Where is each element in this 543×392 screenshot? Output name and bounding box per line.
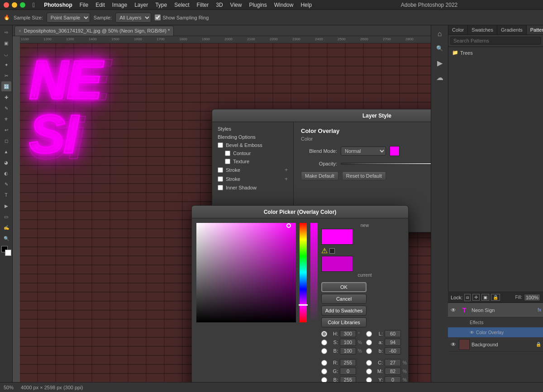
c-input[interactable] [385,359,401,366]
shape-tool[interactable]: ▭ [1,212,11,222]
pen-tool[interactable]: ✎ [1,179,11,189]
alpha-slider[interactable] [310,223,318,322]
style-blending-options[interactable]: Blending Options [212,133,293,141]
eyedropper-tool[interactable]: 🔣 [1,81,11,91]
blur-tool[interactable]: ◕ [1,157,11,167]
move-tool[interactable]: ⇨ [1,27,11,37]
menu-edit[interactable]: Edit [95,2,105,8]
background-visibility[interactable]: 👁 [450,341,457,348]
stroke2-add-icon[interactable]: + [285,176,288,182]
fill-input[interactable] [524,294,540,301]
healing-tool[interactable]: ✚ [1,92,11,102]
bevel-emboss-checkbox[interactable] [218,142,223,148]
tab-close[interactable]: × [19,28,21,33]
quick-select-tool[interactable]: ✦ [1,60,11,70]
red-radio[interactable] [321,360,327,366]
layer-neon-sign[interactable]: 👁 T Neon Sign fx [448,303,543,317]
menu-photoshop[interactable]: Photoshop [44,2,72,8]
tab-gradients[interactable]: Gradients [497,25,527,34]
canvas-area[interactable]: × Depositphotos_306174192_XL.jpg @ 50% (… [13,25,431,382]
sidebar-home-icon[interactable]: ⌂ [433,27,447,41]
contour-checkbox[interactable] [225,151,230,156]
clone-tool[interactable]: ⚜ [1,114,11,124]
layer-effects-item[interactable]: Effects [448,317,543,327]
menu-3d[interactable]: 3D [216,2,223,8]
crop-tool[interactable]: ✂ [1,71,11,80]
menu-help[interactable]: Help [300,2,312,8]
style-inner-shadow[interactable]: Inner Shadow [212,184,293,192]
menu-file[interactable]: File [80,2,88,8]
sidebar-play-icon[interactable]: ▶ [433,56,447,70]
menu-plugins[interactable]: Plugins [249,2,267,8]
sample-size-select[interactable]: Point Sample [47,13,90,23]
blue-input[interactable] [340,376,356,382]
saturation-input[interactable] [340,339,356,346]
layer-background[interactable]: 👁 Background 🔒 [448,337,543,352]
sidebar-search-icon[interactable]: 🔍 [433,42,447,55]
inner-shadow-checkbox[interactable] [218,185,223,190]
add-to-swatches-button[interactable]: Add to Swatches [321,306,367,316]
brightness-input[interactable] [340,347,356,354]
dodge-tool[interactable]: ◐ [1,168,11,178]
show-sampling-ring-checkbox[interactable] [155,14,161,20]
style-styles[interactable]: Styles [212,125,293,133]
menu-select[interactable]: Select [174,2,189,8]
rectangle-select-tool[interactable]: ▣ [1,38,11,48]
history-brush[interactable]: ↩ [1,125,11,135]
style-texture[interactable]: Texture [212,157,293,165]
b3-input[interactable] [385,347,401,354]
stroke2-checkbox[interactable] [218,176,223,182]
reset-default-button[interactable]: Reset to Default [342,171,386,180]
style-contour[interactable]: Contour [212,149,293,157]
lock-move-icon[interactable]: ✛ [472,294,480,301]
sidebar-cloud-icon[interactable]: ☁ [433,71,447,84]
canvas-tab[interactable]: × Depositphotos_306174192_XL.jpg @ 50% (… [14,26,174,36]
style-bevel-emboss[interactable]: Bevel & Emboss [212,141,293,149]
hand-tool[interactable]: ✍ [1,222,11,232]
hue-radio[interactable] [321,331,327,337]
menu-filter[interactable]: Filter [197,2,209,8]
y-radio[interactable] [366,377,372,383]
color-gradient-field[interactable] [196,223,296,322]
layer-color-overlay-item[interactable]: 👁 Color Overlay [448,327,543,337]
foreground-background-colors[interactable] [1,246,11,256]
lasso-tool[interactable]: ◡ [1,49,11,59]
patterns-trees-item[interactable]: 📁 Trees [450,49,541,57]
menu-type[interactable]: Type [155,2,167,8]
menu-image[interactable]: Image [112,2,127,8]
apple-menu[interactable]:  [33,1,35,9]
menu-view[interactable]: View [230,2,242,8]
blue-radio[interactable] [321,377,327,383]
lock-artboard-icon[interactable]: ▣ [481,294,489,301]
cp-cancel-button[interactable]: Cancel [321,294,367,304]
green-input[interactable] [340,368,356,375]
stroke1-checkbox[interactable] [218,167,223,173]
y-input[interactable] [385,376,401,382]
eraser-tool[interactable]: ◻ [1,136,11,146]
path-select-tool[interactable]: ▶ [1,201,11,211]
color-libraries-button[interactable]: Color Libraries [321,317,367,327]
menu-layer[interactable]: Layer [134,2,148,8]
red-input[interactable] [340,359,356,366]
opacity-slider[interactable] [341,163,431,165]
close-button[interactable] [4,2,9,8]
blend-mode-select[interactable]: Normal [341,146,386,156]
color-overlay-swatch[interactable] [390,146,400,156]
gradient-tool[interactable]: ▲ [1,146,11,156]
zoom-tool[interactable]: 🔍 [1,233,11,243]
cp-ok-button[interactable]: OK [321,282,367,292]
sample-select[interactable]: All Layers [115,13,151,23]
lock-position-icon[interactable]: ⧈ [464,294,471,301]
tab-patterns[interactable]: Patterns [527,25,543,34]
a-radio[interactable] [366,340,372,345]
hue-input[interactable] [340,330,356,337]
texture-checkbox[interactable] [225,159,230,164]
maximize-button[interactable] [20,2,25,8]
c-radio[interactable] [366,360,372,366]
l-radio[interactable] [366,331,372,337]
stroke1-add-icon[interactable]: + [285,167,288,173]
saturation-radio[interactable] [321,340,327,345]
search-input[interactable] [450,37,541,45]
brightness-radio[interactable] [321,348,327,354]
menu-window[interactable]: Window [274,2,294,8]
